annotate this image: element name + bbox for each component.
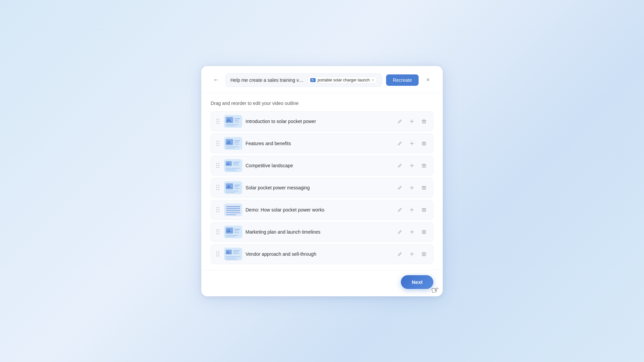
modal-header: ← Help me create a sales training video … [201, 66, 443, 93]
add-button[interactable] [407, 183, 417, 193]
outline-item-label: Demo: How solar pocket power works [246, 207, 391, 213]
svg-rect-90 [226, 236, 235, 237]
svg-rect-27 [226, 146, 238, 147]
main-modal: ← Help me create a sales training video … [201, 66, 443, 296]
slide-thumbnail [224, 248, 242, 260]
svg-rect-8 [234, 118, 240, 119]
delete-button[interactable] [419, 116, 429, 126]
item-actions [395, 249, 429, 259]
drag-handle[interactable] [215, 184, 221, 191]
svg-rect-89 [226, 235, 238, 236]
svg-rect-41 [233, 163, 238, 164]
drag-handle[interactable] [215, 206, 221, 213]
svg-rect-1 [312, 79, 313, 80]
svg-rect-24 [234, 140, 240, 141]
svg-point-85 [230, 228, 231, 230]
tag-label: portable solar charger launch [318, 78, 370, 82]
edit-button[interactable] [395, 183, 405, 193]
drag-handle[interactable] [215, 162, 221, 169]
next-button[interactable]: Next [401, 275, 433, 289]
slide-thumbnail [224, 203, 242, 216]
svg-rect-40 [233, 162, 240, 163]
add-button[interactable] [407, 249, 417, 259]
prompt-text: Help me create a sales training video [230, 77, 304, 83]
prompt-bar: Help me create a sales training video po… [225, 73, 382, 87]
svg-rect-43 [226, 168, 240, 169]
svg-point-7 [230, 117, 231, 119]
item-actions [395, 161, 429, 171]
outline-item: Competitive landscape [211, 156, 433, 176]
svg-rect-3 [312, 80, 314, 81]
tag-chip: portable solar charger launch × [307, 76, 377, 84]
outline-item-label: Vendor approach and sell-through [246, 251, 391, 257]
outline-item-label: Features and benefits [246, 141, 391, 146]
svg-point-101 [228, 250, 230, 251]
delete-button[interactable] [419, 161, 429, 171]
svg-rect-107 [226, 259, 237, 260]
svg-rect-73 [226, 212, 240, 213]
drag-handle[interactable] [215, 140, 221, 146]
svg-point-39 [228, 162, 230, 163]
svg-rect-71 [226, 208, 240, 209]
item-actions [395, 183, 429, 193]
edit-button[interactable] [395, 116, 405, 126]
slide-thumbnail [224, 226, 242, 238]
drag-handle[interactable] [215, 118, 221, 124]
svg-rect-72 [226, 210, 240, 211]
back-button[interactable]: ← [211, 75, 221, 85]
edit-button[interactable] [395, 249, 405, 259]
outline-item-label: Introduction to solar pocket power [246, 119, 391, 124]
svg-point-56 [230, 184, 231, 185]
edit-button[interactable] [395, 138, 405, 148]
recreate-button[interactable]: Recreate [386, 74, 419, 86]
delete-button[interactable] [419, 249, 429, 259]
section-title: Drag and reorder to edit your video outl… [211, 101, 433, 106]
add-button[interactable] [407, 205, 417, 215]
svg-rect-105 [226, 256, 240, 257]
svg-rect-45 [226, 171, 237, 171]
item-actions [395, 205, 429, 215]
delete-button[interactable] [419, 183, 429, 193]
svg-rect-12 [226, 126, 235, 126]
add-button[interactable] [407, 161, 417, 171]
modal-footer: Next ☞ [201, 270, 443, 296]
svg-rect-74 [226, 214, 236, 215]
edit-button[interactable] [395, 227, 405, 237]
slide-thumbnail [224, 181, 242, 194]
svg-rect-102 [233, 250, 240, 251]
svg-rect-61 [226, 192, 235, 193]
svg-rect-86 [234, 229, 240, 230]
outline-item: Introduction to solar pocket power [211, 111, 433, 131]
outline-item: Features and benefits [211, 133, 433, 154]
item-actions [395, 116, 429, 126]
svg-rect-70 [226, 206, 240, 207]
outline-item-label: Competitive landscape [246, 163, 391, 168]
add-button[interactable] [407, 138, 417, 148]
outline-item-label: Marketing plan and launch timelines [246, 229, 391, 235]
tag-remove-button[interactable]: × [372, 78, 374, 82]
slide-thumbnail [224, 159, 242, 172]
add-button[interactable] [407, 116, 417, 126]
edit-button[interactable] [395, 205, 405, 215]
svg-point-23 [230, 139, 231, 141]
close-button[interactable]: × [423, 75, 433, 85]
svg-rect-103 [233, 252, 238, 252]
svg-rect-44 [226, 169, 236, 170]
outline-item: Marketing plan and launch timelines [211, 222, 433, 242]
outline-item: Vendor approach and sell-through [211, 244, 433, 264]
outline-item: Demo: How solar pocket power works [211, 200, 433, 220]
add-button[interactable] [407, 227, 417, 237]
svg-rect-26 [234, 144, 239, 144]
delete-button[interactable] [419, 138, 429, 148]
delete-button[interactable] [419, 227, 429, 237]
item-actions [395, 227, 429, 237]
drag-handle[interactable] [215, 229, 221, 235]
svg-rect-88 [234, 232, 239, 233]
delete-button[interactable] [419, 205, 429, 215]
edit-button[interactable] [395, 161, 405, 171]
svg-rect-57 [234, 185, 240, 186]
svg-rect-11 [226, 124, 238, 125]
outline-item: Solar pocket power messaging [211, 178, 433, 198]
drag-handle[interactable] [215, 251, 221, 257]
svg-rect-104 [233, 253, 239, 254]
